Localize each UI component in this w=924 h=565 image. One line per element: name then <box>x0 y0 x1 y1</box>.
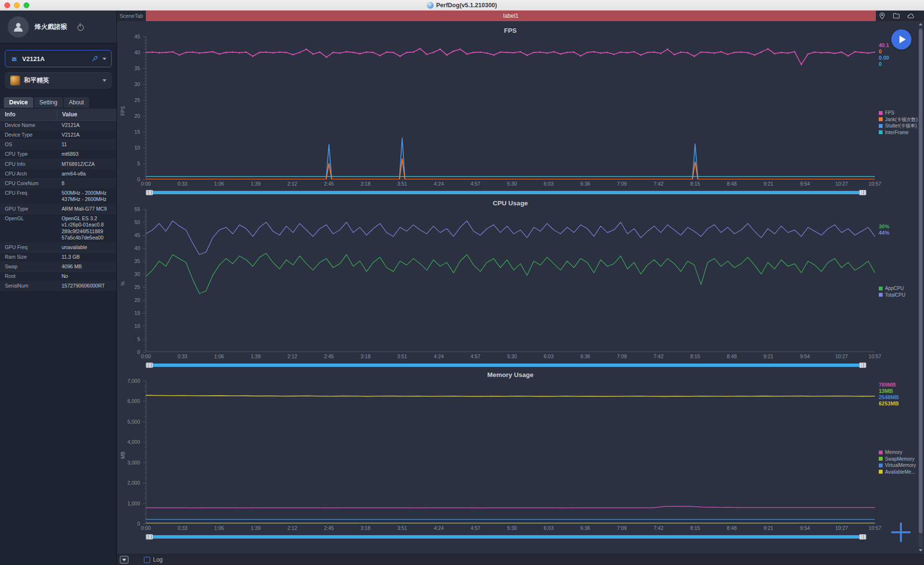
game-name: 和平精英 <box>24 76 99 85</box>
usb-icon[interactable] <box>90 55 99 63</box>
scene-tab-label1[interactable]: label1 <box>146 11 876 21</box>
x-tick-label: 2:45 <box>324 353 334 359</box>
y-tick-label: 25 <box>134 97 140 103</box>
game-selector[interactable]: 和平精英 <box>5 72 112 88</box>
x-tick-label: 7:42 <box>654 353 663 359</box>
chart-title: FPS <box>146 27 875 37</box>
x-tick-label: 5:30 <box>507 525 517 531</box>
folder-icon[interactable] <box>892 12 900 20</box>
time-range-scrollbar[interactable] <box>146 534 885 540</box>
range-bar[interactable] <box>153 535 859 539</box>
range-handle-right[interactable] <box>859 534 866 540</box>
device-selector[interactable]: V2121A <box>5 50 112 67</box>
x-tick-label: 4:57 <box>471 181 480 187</box>
legend-item: VirtualMemory <box>879 462 916 469</box>
vertical-scrollbar[interactable] <box>918 23 923 552</box>
range-bar[interactable] <box>153 191 859 194</box>
y-tick-label: 35 <box>134 65 140 71</box>
y-tick-label: 15 <box>134 310 140 316</box>
legend-item: Memory <box>879 449 916 456</box>
chart-right-column: 40.100.000 FPSJank(卡顿次数)Stutter(卡顿率)Inte… <box>875 37 915 179</box>
current-value: 13MB <box>879 388 899 394</box>
y-tick-label: 4,000 <box>128 439 140 445</box>
x-tick-label: 3:51 <box>397 525 407 531</box>
x-tick-label: 10:57 <box>869 525 881 531</box>
y-tick-label: 55 <box>134 206 140 212</box>
location-pin-icon[interactable] <box>878 12 886 20</box>
scrollbar-thumb[interactable] <box>919 29 923 533</box>
tab-device[interactable]: Device <box>4 97 33 108</box>
chart-legend: FPSJank(卡顿次数)Stutter(卡顿率)InterFrame <box>879 110 918 136</box>
legend-item: SwapMemory <box>879 456 916 463</box>
x-tick-label: 2:12 <box>287 181 297 187</box>
expand-panel-button[interactable] <box>120 556 128 564</box>
range-handle-left[interactable] <box>146 534 153 540</box>
x-tick-label: 10:27 <box>835 181 848 187</box>
sidebar: 烽火戲諸猴 V2121A <box>0 11 117 565</box>
current-value: 0 <box>879 61 889 67</box>
chart: CPU Usage % 0510152025303540455055 30%44… <box>117 196 915 368</box>
x-tick-label: 7:09 <box>617 181 627 187</box>
add-marker-button[interactable] <box>891 523 911 542</box>
sidebar-tabs: Device Setting About <box>4 97 116 108</box>
range-handle-right[interactable] <box>859 190 866 195</box>
table-row: OpenGLOpenGL ES 3.2 v1.r26p0-01eac0.8 28… <box>0 214 116 243</box>
chart-right-column: 30%44% AppCPUTotalCPU <box>875 209 915 352</box>
time-range-scrollbar[interactable] <box>146 362 885 368</box>
current-value: 789MB <box>879 382 899 388</box>
x-tick-label: 9:54 <box>800 353 810 359</box>
table-row: CPU Archarm64-v8a <box>0 169 116 179</box>
y-tick-label: 25 <box>134 284 140 290</box>
header-value: Value <box>57 109 116 120</box>
header-info: Info <box>0 109 57 120</box>
y-tick-label: 20 <box>134 113 140 119</box>
current-value: 40.1 <box>879 42 889 49</box>
range-handle-left[interactable] <box>146 190 153 195</box>
range-bar[interactable] <box>153 364 859 367</box>
log-toggle[interactable]: Log <box>144 556 163 563</box>
table-row: CPU Typemt6893 <box>0 150 116 159</box>
x-tick-label: 8:15 <box>690 353 700 359</box>
log-checkbox[interactable] <box>144 557 150 563</box>
x-tick-label: 0:00 <box>141 353 151 359</box>
device-info-table: Info Value Device NameV2121ADevice TypeV… <box>0 109 116 291</box>
start-test-button[interactable] <box>891 29 911 50</box>
range-handle-left[interactable] <box>146 363 153 368</box>
game-app-icon <box>10 75 20 86</box>
x-tick-label: 8:48 <box>727 353 736 359</box>
x-tick-label: 0:33 <box>178 353 187 359</box>
x-tick-label: 10:57 <box>869 353 881 359</box>
x-tick-label: 7:09 <box>617 525 627 531</box>
y-tick-label: 0 <box>137 176 140 182</box>
zoom-window-button[interactable] <box>24 2 29 8</box>
bottom-bar: Log <box>117 554 924 565</box>
power-icon[interactable] <box>77 23 84 30</box>
y-tick-label: 6,000 <box>128 398 140 404</box>
legend-item: TotalCPU <box>879 292 905 299</box>
time-range-scrollbar[interactable] <box>146 189 885 196</box>
main-area: SceneTab label1 FPS <box>117 11 924 565</box>
scene-tab-label: SceneTab <box>117 11 146 21</box>
y-tick-label: 5 <box>137 336 140 342</box>
scrollbar-track[interactable] <box>919 27 923 548</box>
chart: FPS FPS 051015202530354045 40.100.000 FP… <box>117 21 915 196</box>
y-tick-label: 0 <box>137 521 140 527</box>
close-window-button[interactable] <box>4 2 10 8</box>
table-row: CPU InfoMT6891Z/CZA <box>0 160 116 169</box>
tab-about[interactable]: About <box>64 97 89 108</box>
x-tick-label: 5:30 <box>507 181 517 187</box>
x-tick-label: 4:57 <box>471 353 480 359</box>
legend-item: AppCPU <box>879 285 905 292</box>
info-table-body: Device NameV2121ADevice TypeV2121AOS11CP… <box>0 121 116 291</box>
range-handle-right[interactable] <box>859 363 866 368</box>
chart-title: Memory Usage <box>146 371 875 381</box>
x-tick-label: 10:57 <box>869 181 881 187</box>
window-titlebar: PerfDog(v5.1.210300) <box>0 0 924 11</box>
tab-setting[interactable]: Setting <box>34 97 63 108</box>
x-axis: 0:000:331:061:392:122:453:183:514:244:57… <box>146 352 875 362</box>
x-tick-label: 4:24 <box>434 181 444 187</box>
cloud-icon[interactable] <box>907 12 915 20</box>
x-tick-label: 0:33 <box>178 525 187 531</box>
minimize-window-button[interactable] <box>14 2 20 8</box>
x-tick-label: 9:54 <box>800 525 810 531</box>
